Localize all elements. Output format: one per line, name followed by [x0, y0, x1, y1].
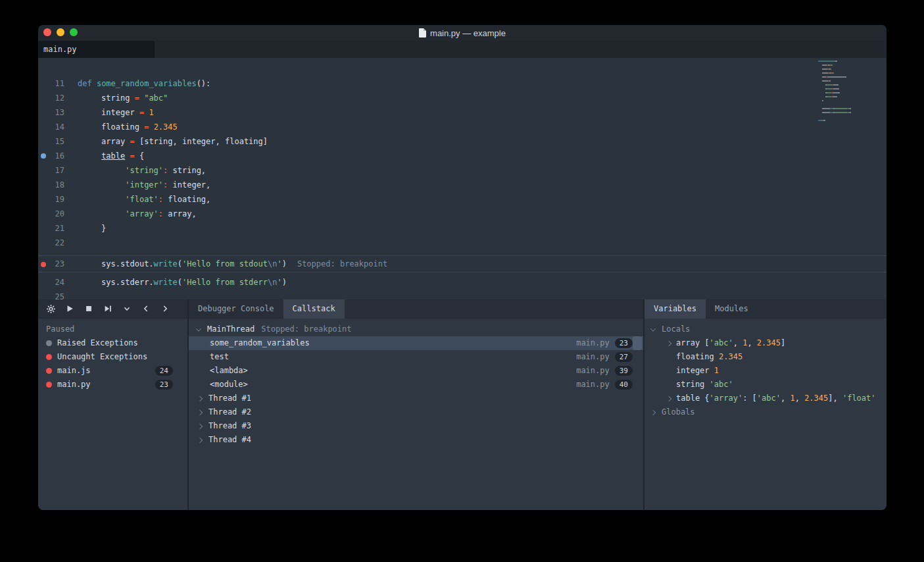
- line-number-gutter[interactable]: 17: [38, 163, 64, 178]
- code-token: ): [282, 278, 287, 287]
- code-text: [64, 290, 78, 299]
- line-number-gutter[interactable]: 25: [38, 290, 64, 299]
- breakpoint-enabled-dot[interactable]: [46, 382, 52, 388]
- callstack-frame[interactable]: some_random_variablesmain.py23: [189, 336, 643, 350]
- variable-row[interactable]: floating 2.345: [644, 350, 887, 364]
- minimap[interactable]: [818, 61, 869, 124]
- code-text: 'array': array,: [64, 207, 197, 221]
- code-token: integer: [78, 108, 139, 117]
- frame-line-badge: 39: [615, 366, 633, 376]
- thread-row[interactable]: Thread #1: [189, 392, 643, 405]
- navigate-forward-icon[interactable]: [160, 303, 170, 314]
- breakpoint-item[interactable]: Uncaught Exceptions: [38, 350, 187, 364]
- line-number-gutter[interactable]: 21: [38, 221, 64, 236]
- chevron-down-icon: [196, 326, 201, 331]
- variable-row[interactable]: string 'abc': [644, 378, 887, 392]
- code-line-21[interactable]: 21 }: [38, 221, 887, 236]
- tab-callstack[interactable]: Callstack: [283, 299, 345, 319]
- line-number-gutter[interactable]: 19: [38, 192, 64, 207]
- minimize-window-button[interactable]: [57, 28, 64, 36]
- code-text: }: [64, 221, 106, 236]
- line-number-gutter[interactable]: 13: [38, 105, 64, 120]
- code-line-18[interactable]: 18 'intger': integer,: [38, 178, 887, 192]
- variable-name: floating: [676, 350, 719, 364]
- breakpoint-item[interactable]: main.js24: [38, 364, 187, 378]
- code-line-15[interactable]: 15 array = [string, integer, floating]: [38, 134, 887, 149]
- breakpoint-label: Uncaught Exceptions: [57, 350, 147, 364]
- breakpoint-dot-red[interactable]: [41, 262, 46, 267]
- code-line-23[interactable]: 23 sys.stdout.write('Hello from stdout\n…: [38, 255, 887, 272]
- code-line-20[interactable]: 20 'array': array,: [38, 207, 887, 221]
- line-number-gutter[interactable]: 23: [38, 256, 64, 272]
- code-line-12[interactable]: 12 string = "abc": [38, 91, 887, 105]
- tab-main-py[interactable]: main.py: [38, 41, 155, 58]
- code-line-11[interactable]: 11def some_random_variables():: [38, 76, 887, 91]
- tab-debugger-console[interactable]: Debugger Console: [189, 299, 283, 319]
- variable-name: table: [676, 392, 704, 405]
- minimap-line: [818, 104, 869, 105]
- line-number-gutter[interactable]: 11: [38, 76, 64, 91]
- code-line-17[interactable]: 17 'string': string,: [38, 163, 887, 178]
- variable-row[interactable]: array ['abc', 1, 2.345]: [644, 336, 887, 350]
- line-number-gutter[interactable]: 16: [38, 149, 64, 163]
- code-token: 'string': [125, 166, 163, 175]
- tab-variables[interactable]: Variables: [644, 299, 706, 319]
- code-editor[interactable]: 11def some_random_variables():12 string …: [38, 58, 887, 299]
- chevron-right-icon: [197, 409, 203, 415]
- thread-row[interactable]: Thread #3: [189, 419, 643, 433]
- continue-play-icon[interactable]: [64, 303, 75, 314]
- minimap-line: [818, 64, 869, 66]
- code-token: 'abc': [710, 338, 733, 347]
- code-line-16[interactable]: 16 table = {: [38, 149, 887, 163]
- line-number-gutter[interactable]: 20: [38, 207, 64, 221]
- code-token: \n: [268, 259, 277, 268]
- callstack-frame[interactable]: testmain.py27: [189, 350, 643, 364]
- frame-file: main.py: [576, 378, 610, 392]
- code-line-22[interactable]: 22: [38, 236, 887, 250]
- stop-icon[interactable]: [84, 303, 94, 314]
- code-token: array: [78, 137, 130, 146]
- code-token: 'intger': [125, 180, 163, 190]
- code-line-13[interactable]: 13 integer = 1: [38, 105, 887, 120]
- close-window-button[interactable]: [43, 28, 51, 36]
- navigate-back-icon[interactable]: [141, 303, 151, 314]
- frame-location: main.py27: [576, 350, 643, 364]
- scrollbar-thumb[interactable]: [633, 336, 642, 350]
- code-line-25[interactable]: 25: [38, 290, 887, 299]
- code-token: 1: [149, 108, 153, 117]
- zoom-window-button[interactable]: [70, 28, 78, 36]
- line-number-gutter[interactable]: 24: [38, 275, 64, 290]
- breakpoint-item[interactable]: Raised Exceptions: [38, 336, 187, 350]
- code-line-14[interactable]: 14 floating = 2.345: [38, 120, 887, 134]
- frame-line-badge: 40: [615, 380, 633, 390]
- settings-gear-icon[interactable]: [45, 303, 56, 314]
- breakpoint-enabled-dot[interactable]: [46, 354, 52, 360]
- thread-row[interactable]: Thread #4: [189, 433, 643, 447]
- titlebar[interactable]: main.py — example: [38, 25, 887, 41]
- breakpoint-item[interactable]: main.py23: [38, 378, 187, 392]
- variable-row[interactable]: table {'array': ['abc', 1, 2.345], 'floa…: [644, 392, 887, 405]
- breakpoint-disabled-dot[interactable]: [46, 340, 52, 346]
- variable-row[interactable]: integer 1: [644, 364, 887, 378]
- line-number-gutter[interactable]: 15: [38, 134, 64, 149]
- step-icon[interactable]: [103, 303, 113, 314]
- thread-header-mainthread[interactable]: MainThread Stopped: breakpoint: [189, 322, 643, 336]
- thread-row[interactable]: Thread #2: [189, 405, 643, 419]
- line-badge: 23: [155, 380, 173, 390]
- code-line-19[interactable]: 19 'float': floating,: [38, 192, 887, 207]
- variables-section-globals[interactable]: Globals: [644, 405, 887, 419]
- breakpoint-enabled-dot[interactable]: [46, 368, 52, 374]
- callstack-frame[interactable]: <lambda>main.py39: [189, 364, 643, 378]
- line-number-gutter[interactable]: 22: [38, 236, 64, 250]
- variables-section-locals[interactable]: Locals: [644, 322, 887, 336]
- code-token: =: [130, 137, 134, 146]
- line-number-gutter[interactable]: 18: [38, 178, 64, 192]
- breakpoint-dot-blue[interactable]: [41, 153, 46, 159]
- code-token: ,: [781, 394, 790, 403]
- line-number-gutter[interactable]: 14: [38, 120, 64, 134]
- callstack-frame[interactable]: <module>main.py40: [189, 378, 643, 392]
- tab-modules[interactable]: Modules: [706, 299, 758, 319]
- chevron-down-icon[interactable]: [122, 303, 132, 314]
- code-line-24[interactable]: 24 sys.stderr.write('Hello from stderr\n…: [38, 275, 887, 290]
- line-number-gutter[interactable]: 12: [38, 91, 64, 105]
